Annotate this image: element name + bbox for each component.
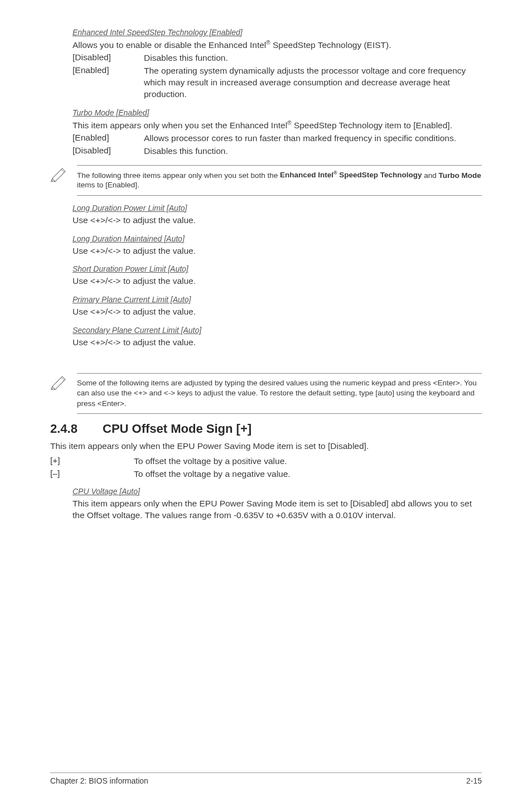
note-2: Some of the following items are adjusted… xyxy=(50,373,482,414)
eist-opt-enabled: [Enabled] The operating system dynamical… xyxy=(72,65,482,100)
eist-desc: Allows you to enable or disable the Enha… xyxy=(72,39,482,51)
pencil-note-icon xyxy=(50,373,77,392)
turbo-block: Turbo Mode [Enabled] This item appears o… xyxy=(72,108,482,157)
turbo-title: Turbo Mode [Enabled] xyxy=(72,108,482,117)
section-opt-minus: [–] To offset the voltage by a negative … xyxy=(50,468,482,480)
eist-block: Enhanced Intel SpeedStep Technology [Ena… xyxy=(72,28,482,100)
section-title: CPU Offset Mode Sign [+] xyxy=(103,422,252,436)
note-2-text: Some of the following items are adjusted… xyxy=(77,373,482,414)
cpu-voltage-block: CPU Voltage [Auto] This item appears onl… xyxy=(72,487,482,521)
footer-chapter: Chapter 2: BIOS information xyxy=(50,776,148,785)
reg-mark: ® xyxy=(266,40,270,46)
cpu-voltage-desc: This item appears only when the EPU Powe… xyxy=(72,498,482,521)
turbo-opt-enabled: [Enabled] Allows processor cores to run … xyxy=(72,133,482,144)
section-head: 2.4.8 CPU Offset Mode Sign [+] xyxy=(50,422,482,436)
section-opt-plus: [+] To offset the voltage by a positive … xyxy=(50,456,482,467)
turbo-desc: This item appears only when you set the … xyxy=(72,119,482,132)
note-1-text: The following three items appear only wh… xyxy=(77,165,482,196)
reg-mark: ® xyxy=(287,120,291,126)
section-number: 2.4.8 xyxy=(50,422,103,436)
eist-opt-disabled: [Disabled] Disables this function. xyxy=(72,52,482,64)
adj-item-3: Primary Plane Current Limit [Auto] Use <… xyxy=(72,295,482,318)
page-footer: Chapter 2: BIOS information 2-15 xyxy=(50,772,482,785)
adj-items: Long Duration Power Limit [Auto] Use <+>… xyxy=(72,204,482,349)
eist-title: Enhanced Intel SpeedStep Technology [Ena… xyxy=(72,28,482,37)
adj-item-2: Short Duration Power Limit [Auto] Use <+… xyxy=(72,264,482,287)
turbo-opt-disabled: [Disabled] Disables this function. xyxy=(72,146,482,157)
pencil-note-icon xyxy=(50,165,77,184)
cpu-voltage-title: CPU Voltage [Auto] xyxy=(72,487,482,496)
note-1: The following three items appear only wh… xyxy=(50,165,482,196)
footer-page-number: 2-15 xyxy=(466,776,482,785)
section-desc: This item appears only when the EPU Powe… xyxy=(50,441,482,452)
adj-item-0: Long Duration Power Limit [Auto] Use <+>… xyxy=(72,204,482,226)
adj-item-4: Secondary Plane Current Limit [Auto] Use… xyxy=(72,326,482,349)
adj-item-1: Long Duration Maintained [Auto] Use <+>/… xyxy=(72,234,482,257)
